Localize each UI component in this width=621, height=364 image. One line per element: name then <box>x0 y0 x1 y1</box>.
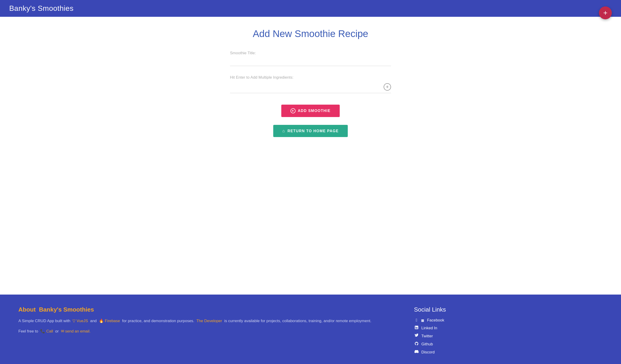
discord-link[interactable]: Discord <box>414 349 603 355</box>
discord-label: Discord <box>421 350 435 355</box>
facebook-label: Facebook <box>427 318 444 323</box>
footer-desc-intro: A Simple CRUD App built with <box>18 319 70 323</box>
github-label: Github <box>421 342 433 347</box>
ingredient-input[interactable] <box>230 83 384 91</box>
return-home-button[interactable]: ⌂ RETURN TO HOME PAGE <box>273 125 348 137</box>
main-content: Add New Smoothie Recipe Smoothie Title: … <box>0 17 621 295</box>
github-icon <box>414 342 419 347</box>
footer-about-static: About <box>18 306 36 313</box>
social-link-item-discord: Discord <box>414 349 603 355</box>
social-link-item-linkedin: Linked In <box>414 325 603 331</box>
add-ingredient-icon-button[interactable]: + <box>384 83 391 91</box>
footer-social: Social Links  ▦ Facebook Linked In <box>414 306 603 355</box>
call-link[interactable]: Call <box>46 329 53 333</box>
vuejs-link[interactable]: VueJS <box>77 319 88 323</box>
header: Banky's Smoothies <box>0 0 621 17</box>
footer-contact-intro: Feel free to <box>18 329 38 333</box>
linkedin-link[interactable]: Linked In <box>414 325 603 331</box>
footer-or: or <box>55 329 59 333</box>
svg-point-2 <box>415 326 416 327</box>
footer-availability: is currently available for projects, col… <box>224 319 371 323</box>
github-link[interactable]: Github <box>414 342 603 347</box>
linkedin-icon <box>414 325 419 331</box>
ingredients-label: Hit Enter to Add Multiple Ingredients: <box>230 75 391 80</box>
page-title: Add New Smoothie Recipe <box>253 28 368 39</box>
add-smoothie-form: Smoothie Title: Hit Enter to Add Multipl… <box>230 51 391 137</box>
email-link[interactable]: send an email. <box>65 329 91 333</box>
facebook-icon:  <box>414 318 419 323</box>
footer-about: About Banky's Smoothies A Simple CRUD Ap… <box>18 306 396 355</box>
social-link-item-github: Github <box>414 342 603 347</box>
social-links-list:  ▦ Facebook Linked In Twi <box>414 318 603 355</box>
add-smoothie-button[interactable]: + ADD SMOOTHIE <box>281 105 340 117</box>
footer-about-heading: About Banky's Smoothies <box>18 306 396 313</box>
discord-icon <box>414 349 419 355</box>
home-icon: ⌂ <box>282 129 285 133</box>
ingredient-input-wrapper: + <box>230 83 391 93</box>
footer-rest: for practice, and demonstration purposes… <box>122 319 194 323</box>
return-home-label: RETURN TO HOME PAGE <box>288 129 339 133</box>
add-smoothie-label: ADD SMOOTHIE <box>298 109 330 113</box>
app-title: Banky's Smoothies <box>9 4 74 13</box>
twitter-label: Twitter <box>421 334 433 338</box>
add-smoothie-plus-icon: + <box>291 108 295 113</box>
linkedin-label: Linked In <box>421 326 437 330</box>
facebook-link[interactable]:  ▦ Facebook <box>414 318 603 323</box>
title-label: Smoothie Title: <box>230 51 391 55</box>
fab-add-button[interactable]: + <box>599 6 612 19</box>
footer-description: A Simple CRUD App built with ▽ VueJS and… <box>18 318 396 325</box>
developer-link[interactable]: The Developer <box>196 319 222 323</box>
ingredients-section: Hit Enter to Add Multiple Ingredients: + <box>230 75 391 102</box>
firebase-link[interactable]: Firebase <box>105 319 120 323</box>
footer-contact: Feel free to 📞 Call or ✉ send an email. <box>18 328 396 335</box>
social-link-item-twitter: Twitter <box>414 333 603 339</box>
twitter-link[interactable]: Twitter <box>414 333 603 339</box>
smoothie-title-input[interactable] <box>230 57 391 66</box>
footer-about-brand: Banky's Smoothies <box>39 306 94 313</box>
svg-rect-1 <box>415 327 416 329</box>
footer-and: and <box>90 319 97 323</box>
footer: About Banky's Smoothies A Simple CRUD Ap… <box>0 295 621 364</box>
twitter-icon <box>414 333 419 339</box>
footer-social-heading: Social Links <box>414 306 603 313</box>
social-link-item-facebook:  ▦ Facebook <box>414 318 603 323</box>
